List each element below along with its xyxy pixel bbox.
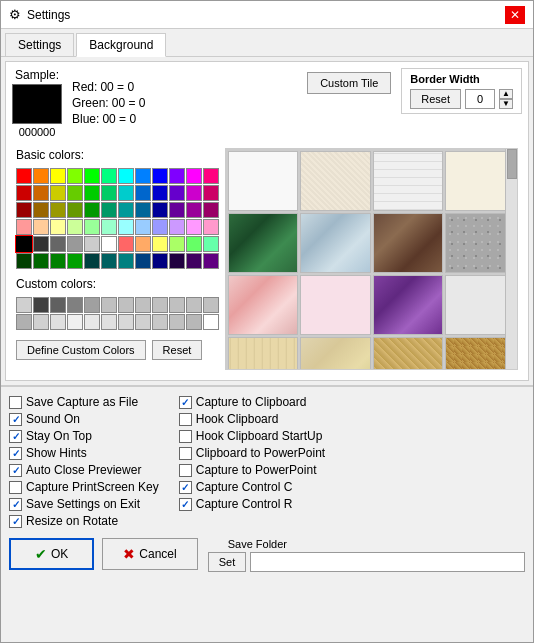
basic-color-cell[interactable] [16, 253, 32, 269]
basic-color-cell[interactable] [16, 219, 32, 235]
ok-button[interactable]: ✔ OK [9, 538, 94, 570]
tab-background[interactable]: Background [76, 33, 166, 57]
custom-color-cell[interactable] [16, 297, 32, 313]
define-custom-button[interactable]: Define Custom Colors [16, 340, 146, 360]
basic-color-cell[interactable] [118, 219, 134, 235]
basic-color-cell[interactable] [101, 185, 117, 201]
basic-color-cell[interactable] [16, 185, 32, 201]
texture-cell[interactable] [300, 275, 370, 335]
basic-color-cell[interactable] [186, 236, 202, 252]
basic-color-cell[interactable] [50, 168, 66, 184]
basic-color-cell[interactable] [33, 236, 49, 252]
checkbox[interactable] [179, 413, 192, 426]
basic-color-cell[interactable] [33, 168, 49, 184]
basic-color-cell[interactable] [84, 185, 100, 201]
option-item[interactable]: Clipboard to PowerPoint [179, 446, 325, 460]
texture-cell[interactable] [373, 337, 443, 369]
basic-color-cell[interactable] [33, 219, 49, 235]
basic-color-cell[interactable] [186, 253, 202, 269]
option-item[interactable]: Hook Clipboard [179, 412, 325, 426]
basic-color-cell[interactable] [33, 253, 49, 269]
checkbox[interactable] [179, 396, 192, 409]
basic-color-cell[interactable] [16, 202, 32, 218]
option-item[interactable]: Stay On Top [9, 429, 159, 443]
spin-up-button[interactable]: ▲ [499, 89, 513, 99]
basic-color-cell[interactable] [135, 236, 151, 252]
basic-color-cell[interactable] [169, 202, 185, 218]
basic-color-cell[interactable] [152, 253, 168, 269]
basic-color-cell[interactable] [203, 168, 219, 184]
border-input[interactable] [465, 89, 495, 109]
custom-color-cell[interactable] [33, 297, 49, 313]
custom-color-cell[interactable] [169, 297, 185, 313]
basic-color-cell[interactable] [16, 236, 32, 252]
basic-color-cell[interactable] [84, 168, 100, 184]
checkbox[interactable] [179, 447, 192, 460]
custom-tile-button[interactable]: Custom Tile [307, 72, 391, 94]
texture-cell[interactable] [300, 337, 370, 369]
basic-color-cell[interactable] [135, 253, 151, 269]
scrollbar[interactable] [505, 149, 517, 369]
custom-color-cell[interactable] [16, 314, 32, 330]
texture-cell[interactable] [300, 151, 370, 211]
option-item[interactable]: Capture to Clipboard [179, 395, 325, 409]
checkbox[interactable] [9, 498, 22, 511]
custom-color-cell[interactable] [152, 297, 168, 313]
option-item[interactable]: Auto Close Previewer [9, 463, 159, 477]
option-item[interactable]: Hook Clipboard StartUp [179, 429, 325, 443]
custom-color-cell[interactable] [169, 314, 185, 330]
custom-color-cell[interactable] [67, 314, 83, 330]
basic-color-cell[interactable] [186, 168, 202, 184]
custom-color-cell[interactable] [101, 314, 117, 330]
checkbox[interactable] [9, 464, 22, 477]
checkbox[interactable] [9, 396, 22, 409]
basic-color-cell[interactable] [135, 168, 151, 184]
basic-color-cell[interactable] [203, 219, 219, 235]
border-reset-button[interactable]: Reset [410, 89, 461, 109]
checkbox[interactable] [9, 515, 22, 528]
option-item[interactable]: Resize on Rotate [9, 514, 159, 528]
texture-cell[interactable] [228, 275, 298, 335]
checkbox[interactable] [179, 464, 192, 477]
texture-cell[interactable] [300, 213, 370, 273]
basic-color-cell[interactable] [67, 219, 83, 235]
basic-color-cell[interactable] [152, 236, 168, 252]
texture-cell[interactable] [228, 213, 298, 273]
basic-color-cell[interactable] [101, 202, 117, 218]
basic-color-cell[interactable] [50, 219, 66, 235]
basic-color-cell[interactable] [33, 202, 49, 218]
basic-color-cell[interactable] [203, 236, 219, 252]
basic-color-cell[interactable] [169, 236, 185, 252]
basic-color-cell[interactable] [16, 168, 32, 184]
save-folder-input[interactable] [250, 552, 525, 572]
custom-color-cell[interactable] [50, 297, 66, 313]
custom-color-cell[interactable] [101, 297, 117, 313]
checkbox[interactable] [9, 430, 22, 443]
basic-color-cell[interactable] [118, 185, 134, 201]
option-item[interactable]: Show Hints [9, 446, 159, 460]
custom-color-cell[interactable] [84, 297, 100, 313]
basic-color-cell[interactable] [169, 185, 185, 201]
basic-color-cell[interactable] [169, 168, 185, 184]
basic-color-cell[interactable] [186, 202, 202, 218]
set-button[interactable]: Set [208, 552, 247, 572]
basic-color-cell[interactable] [84, 253, 100, 269]
texture-cell[interactable] [228, 151, 298, 211]
custom-color-cell[interactable] [33, 314, 49, 330]
basic-color-cell[interactable] [152, 202, 168, 218]
custom-color-cell[interactable] [186, 297, 202, 313]
tab-settings[interactable]: Settings [5, 33, 74, 56]
basic-color-cell[interactable] [135, 202, 151, 218]
cancel-button[interactable]: ✖ Cancel [102, 538, 197, 570]
custom-color-cell[interactable] [50, 314, 66, 330]
custom-color-cell[interactable] [135, 314, 151, 330]
basic-color-cell[interactable] [152, 219, 168, 235]
basic-color-cell[interactable] [101, 219, 117, 235]
option-item[interactable]: Save Settings on Exit [9, 497, 159, 511]
custom-color-cell[interactable] [203, 297, 219, 313]
basic-color-cell[interactable] [33, 185, 49, 201]
scrollbar-thumb[interactable] [507, 149, 517, 179]
basic-color-cell[interactable] [203, 202, 219, 218]
basic-color-cell[interactable] [50, 202, 66, 218]
basic-color-cell[interactable] [101, 253, 117, 269]
